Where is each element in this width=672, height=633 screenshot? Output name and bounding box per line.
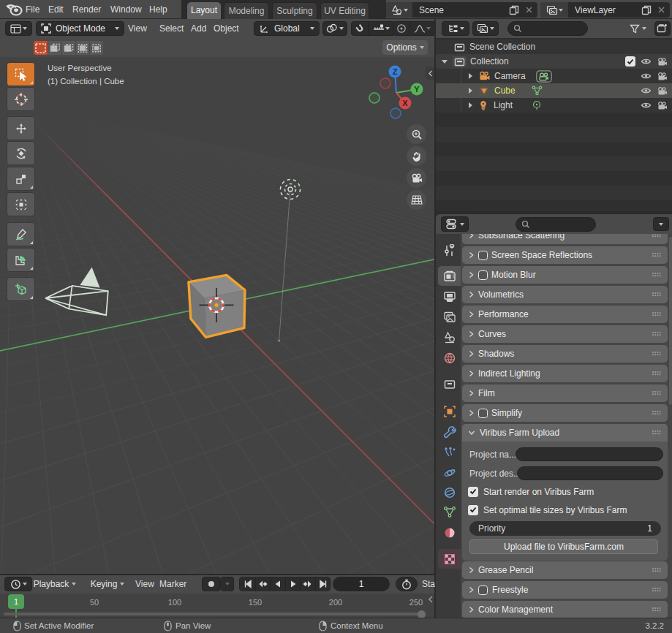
svg-text:Y: Y — [414, 85, 420, 94]
svg-text:Z: Z — [393, 67, 398, 76]
svg-text:X: X — [402, 99, 408, 107]
